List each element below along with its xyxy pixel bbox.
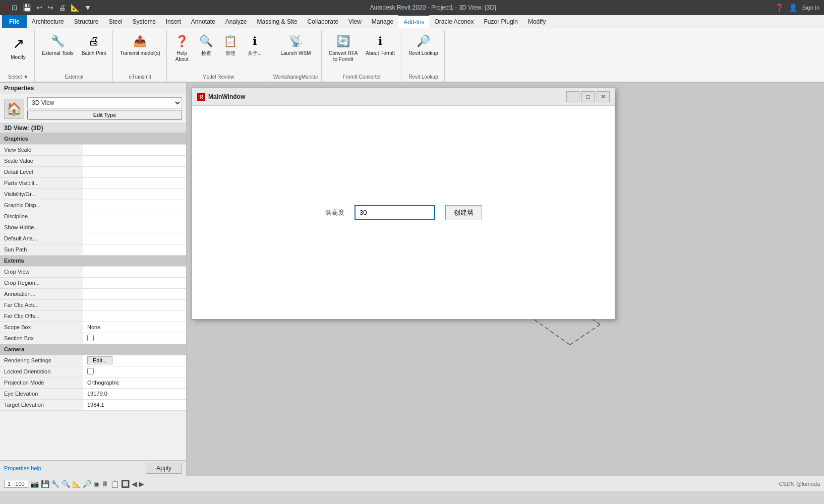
tab-annotate[interactable]: Annotate	[186, 15, 220, 28]
qa-redo[interactable]: ↪	[46, 3, 55, 13]
section-box-checkbox[interactable]	[87, 335, 94, 341]
prop-row-detail-level: Detail Level	[0, 166, 186, 177]
prop-row-rendering: Rendering Settings Edit...	[0, 355, 186, 366]
prop-value-crop-view[interactable]	[83, 266, 186, 277]
prop-value-detail-level[interactable]	[83, 166, 186, 177]
review-about-btn[interactable]: ℹ 关于...	[244, 31, 266, 58]
about-formit-icon: ℹ	[372, 33, 388, 49]
modal-maximize-btn[interactable]: □	[581, 91, 595, 102]
qa-open[interactable]: ⊡	[10, 3, 19, 13]
prop-value-target-elevation[interactable]: 1984.1	[83, 399, 186, 410]
prop-value-scale-value[interactable]	[83, 155, 186, 166]
group-label-external: External	[39, 73, 109, 81]
signin-btn[interactable]: Sign In	[801, 4, 821, 12]
modal-close-btn[interactable]: ✕	[597, 91, 610, 102]
prop-label-view-scale: View Scale	[0, 144, 83, 155]
properties-table: Graphics View Scale Scale Value Detail L…	[0, 133, 186, 411]
prop-value-crop-region[interactable]	[83, 277, 186, 288]
type-icon: 🏠	[4, 99, 24, 119]
prop-row-crop-view: Crop View	[0, 266, 186, 277]
prop-value-graphic-disp[interactable]	[83, 200, 186, 211]
modify-btn[interactable]: ↗ Modify	[5, 31, 31, 62]
tab-modify[interactable]: Modify	[523, 15, 551, 28]
prop-value-rendering[interactable]: Edit...	[83, 355, 186, 366]
tab-architecture[interactable]: Architecture	[27, 15, 69, 28]
prop-label-scope-box: Scope Box	[0, 322, 83, 333]
prop-row-discipline: Discipline	[0, 211, 186, 222]
tab-fuzor[interactable]: Fuzor Plugin	[479, 15, 523, 28]
properties-scroll[interactable]: Graphics View Scale Scale Value Detail L…	[0, 133, 186, 460]
tab-steel[interactable]: Steel	[103, 15, 127, 28]
prop-value-view-scale[interactable]	[83, 144, 186, 155]
tab-oracle[interactable]: Oracle Aconex	[429, 15, 479, 28]
prop-value-visibility[interactable]	[83, 188, 186, 200]
edit-type-btn[interactable]: Edit Type	[27, 110, 182, 120]
modal-title-icon: R	[197, 93, 205, 101]
prop-value-discipline[interactable]	[83, 211, 186, 222]
tab-view[interactable]: View	[343, 15, 367, 28]
prop-value-far-clip[interactable]	[83, 299, 186, 310]
help-icon[interactable]: ❓	[774, 3, 785, 13]
transmit-icon: 📤	[132, 33, 148, 49]
prop-label-locked-orient: Locked Orientation	[0, 366, 83, 377]
apply-button[interactable]: Apply	[146, 463, 182, 474]
locked-orientation-checkbox[interactable]	[87, 368, 94, 374]
help-about-btn[interactable]: ❓ HelpAbout	[171, 31, 193, 65]
launch-wsm-btn[interactable]: 📡 Launch WSM	[277, 31, 314, 58]
qa-print[interactable]: 🖨	[57, 3, 67, 13]
tab-analyze[interactable]: Analyze	[220, 15, 252, 28]
section-camera-label: Camera	[0, 344, 186, 355]
prop-row-section-box: Section Box	[0, 333, 186, 344]
tab-collaborate[interactable]: Collaborate	[303, 15, 343, 28]
user-icon[interactable]: 👤	[787, 3, 799, 13]
prop-value-show-hidden[interactable]	[83, 222, 186, 233]
about-formit-btn[interactable]: ℹ About FormIt	[363, 31, 398, 58]
tab-file[interactable]: File	[2, 15, 27, 28]
prop-value-projection[interactable]: Orthographic	[83, 377, 186, 388]
prop-row-projection: Projection Mode Orthographic	[0, 377, 186, 388]
quick-access-toolbar: R ⊡ 💾 ↩ ↪ 🖨 📐 ▼ Autodesk Revit 2020 - Pr…	[0, 0, 824, 15]
convert-rfa-label: Convert RFAto FormIt	[329, 50, 358, 62]
tab-systems[interactable]: Systems	[128, 15, 161, 28]
transmit-btn[interactable]: 📤 Transmit model(s)	[117, 31, 163, 58]
tab-massing[interactable]: Massing & Site	[252, 15, 303, 28]
prop-value-scope-box[interactable]: None	[83, 322, 186, 333]
prop-value-annotation[interactable]	[83, 288, 186, 299]
properties-help-link[interactable]: Properties help	[4, 465, 41, 471]
batch-print-btn[interactable]: 🖨 Batch Print	[79, 31, 109, 58]
qa-save[interactable]: 💾	[21, 3, 33, 13]
about-formit-label: About FormIt	[366, 50, 395, 56]
prop-row-far-clip: Far Clip Acti...	[0, 299, 186, 310]
prop-value-sun-path[interactable]	[83, 244, 186, 255]
modal-create-wall-btn[interactable]: 创建墙	[445, 205, 482, 220]
prop-label-graphic-disp: Graphic Disp...	[0, 200, 83, 211]
review-check-label: 检查	[201, 50, 211, 56]
review-check-btn[interactable]: 🔍 检查	[195, 31, 217, 58]
rendering-edit-btn[interactable]: Edit...	[87, 356, 112, 364]
prop-value-default-ana[interactable]	[83, 233, 186, 244]
modify-label: Modify	[11, 54, 25, 60]
revit-lookup-btn[interactable]: 🔎 Revit Lookup	[405, 31, 441, 58]
modal-minimize-btn[interactable]: —	[566, 91, 579, 102]
prop-value-section-box[interactable]	[83, 333, 186, 344]
tab-manage[interactable]: Manage	[367, 15, 398, 28]
convert-rfa-btn[interactable]: 🔄 Convert RFAto FormIt	[326, 31, 361, 65]
prop-value-far-clip-off[interactable]	[83, 310, 186, 322]
qa-undo[interactable]: ↩	[35, 3, 44, 13]
prop-label-annotation: Annotation...	[0, 288, 83, 299]
ribbon-group-etransmit: 📤 Transmit model(s) eTransmit	[114, 30, 167, 82]
type-dropdown[interactable]: 3D View	[27, 97, 182, 108]
ribbon-group-select: ↗ Modify Select ▼	[2, 30, 35, 82]
tab-structure[interactable]: Structure	[69, 15, 104, 28]
prop-value-parts[interactable]	[83, 177, 186, 188]
ribbon-group-modelreview: ❓ HelpAbout 🔍 检查 📋 管理 ℹ 关于... Model Revi…	[168, 30, 269, 82]
tab-addins[interactable]: Add-Ins	[398, 15, 429, 28]
qa-more[interactable]: ▼	[83, 3, 93, 13]
modal-height-input[interactable]	[355, 205, 435, 220]
review-manage-btn[interactable]: 📋 管理	[219, 31, 242, 58]
prop-value-eye-elevation[interactable]: 19179.0	[83, 388, 186, 399]
prop-value-locked-orient[interactable]	[83, 366, 186, 377]
tab-insert[interactable]: Insert	[161, 15, 186, 28]
external-tools-btn[interactable]: 🔧 External Tools	[39, 31, 77, 58]
qa-measure[interactable]: 📐	[69, 3, 81, 13]
